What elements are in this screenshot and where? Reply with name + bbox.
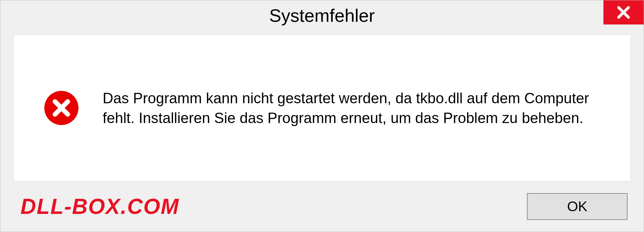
ok-button[interactable]: OK: [527, 193, 628, 220]
error-dialog: Systemfehler Das Programm kann nicht ges…: [0, 0, 644, 232]
error-message: Das Programm kann nicht gestartet werden…: [103, 88, 610, 128]
close-button[interactable]: [603, 0, 644, 24]
error-icon: [44, 90, 79, 126]
titlebar: Systemfehler: [0, 0, 644, 31]
watermark-text: DLL-BOX.COM: [20, 194, 179, 219]
dialog-footer: DLL-BOX.COM OK: [0, 181, 644, 232]
close-icon: [616, 5, 631, 20]
content-area: Das Programm kann nicht gestartet werden…: [13, 35, 631, 181]
dialog-title: Systemfehler: [269, 5, 375, 26]
